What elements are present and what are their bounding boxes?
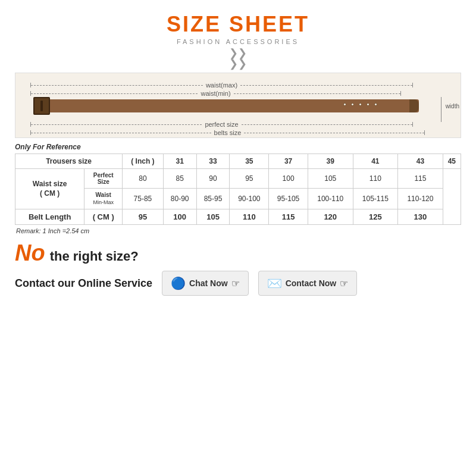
trousers-size-header: Trousers size (15, 154, 123, 169)
size-table: Trousers size ( Inch ) 31 33 35 37 39 41… (15, 154, 461, 225)
perfect-size-line: perfect size (30, 121, 413, 128)
table-header-row: Trousers size ( Inch ) 31 33 35 37 39 41… (15, 154, 461, 169)
col-39: 39 (308, 154, 353, 169)
col-43: 43 (398, 154, 443, 169)
belt-holes (343, 103, 377, 106)
belt-buckle (33, 97, 50, 115)
belt-diagram: waist(max) waist(min) (15, 73, 461, 138)
belt-length-row: Belt Length ( CM ) 95 100 105 110 115 12… (15, 209, 461, 225)
right-size-text: the right size? (50, 249, 139, 264)
bl-100: 100 (163, 209, 196, 225)
ps-95: 95 (230, 169, 269, 189)
chat-icon: 🔵 (171, 276, 186, 290)
width-label: width (446, 103, 459, 109)
title-section: SIZE SHEET FASHION ACCESSORIES ❯❯❯❯ (15, 12, 461, 69)
waist-max-line: waist(max) (30, 82, 413, 89)
wm-75-85: 75-85 (123, 189, 164, 209)
belts-size-label: belts size (211, 129, 245, 136)
reference-text: Only For Reference (15, 143, 461, 151)
belt-body (33, 98, 419, 114)
bl-110: 110 (230, 209, 269, 225)
bl-105: 105 (196, 209, 230, 225)
no-text: No (15, 240, 45, 266)
bl-120: 120 (308, 209, 353, 225)
bottom-section: No the right size? Contact our Online Se… (15, 240, 461, 296)
col-33: 33 (196, 154, 230, 169)
contact-now-button[interactable]: ✉️ Contact Now ☞ (258, 271, 358, 296)
bl-125: 125 (353, 209, 398, 225)
waist-max-label: waist(max) (203, 82, 240, 89)
bl-115: 115 (269, 209, 308, 225)
ps-115: 115 (398, 169, 443, 189)
main-title: SIZE SHEET (15, 12, 461, 37)
belt-length-unit: ( CM ) (84, 209, 123, 225)
wm-85-95: 85-95 (196, 189, 230, 209)
waist-min-label: waist(min) (198, 90, 233, 97)
perfect-size-sublabel: PerfectSize (84, 169, 123, 189)
col-41: 41 (353, 154, 398, 169)
ps-105: 105 (308, 169, 353, 189)
belts-size-line: belts size (30, 129, 425, 136)
col-35: 35 (230, 154, 269, 169)
contact-label: Contact our Online Service (15, 277, 152, 290)
belt-strap (50, 99, 419, 112)
wm-100-110: 100-110 (308, 189, 353, 209)
col-37: 37 (269, 154, 308, 169)
chat-now-button[interactable]: 🔵 Chat Now ☞ (162, 271, 249, 296)
col-45: 45 (443, 154, 461, 169)
subtitle: FASHION ACCESSORIES (15, 38, 461, 45)
width-indicator: width (441, 97, 441, 122)
wm-105-115: 105-115 (353, 189, 398, 209)
ps-85: 85 (163, 169, 196, 189)
contact-row: Contact our Online Service 🔵 Chat Now ☞ … (15, 271, 461, 296)
remark-text: Remark: 1 Inch =2.54 cm (16, 227, 461, 234)
ps-80: 80 (123, 169, 164, 189)
chat-btn-label: Chat Now (189, 278, 228, 288)
hand-icon: ☞ (231, 278, 240, 289)
no-size-row: No the right size? (15, 240, 461, 266)
waist-minmax-sublabel: WaistMin-Max (84, 189, 123, 209)
belt-length-label: Belt Length (15, 209, 84, 225)
email-icon: ✉️ (267, 276, 282, 290)
perfect-size-row: Waist size( CM ) PerfectSize 80 85 90 95… (15, 169, 461, 189)
hand2-icon: ☞ (340, 278, 348, 289)
bl-130: 130 (398, 209, 443, 225)
waist-size-label: Waist size( CM ) (15, 169, 84, 209)
ps-90: 90 (196, 169, 230, 189)
chevrons-icon: ❯❯❯❯ (15, 48, 461, 69)
perfect-size-label: perfect size (202, 121, 241, 128)
wm-95-105: 95-105 (269, 189, 308, 209)
wm-90-100: 90-100 (230, 189, 269, 209)
contact-btn-label: Contact Now (286, 278, 337, 288)
waist-min-line: waist(min) (30, 90, 401, 97)
ps-110: 110 (353, 169, 398, 189)
bl-95: 95 (123, 209, 164, 225)
wm-110-120: 110-120 (398, 189, 443, 209)
col-31: 31 (163, 154, 196, 169)
wm-80-90: 80-90 (163, 189, 196, 209)
inch-header: ( Inch ) (123, 154, 164, 169)
belt-tip (409, 99, 419, 112)
ps-100: 100 (269, 169, 308, 189)
